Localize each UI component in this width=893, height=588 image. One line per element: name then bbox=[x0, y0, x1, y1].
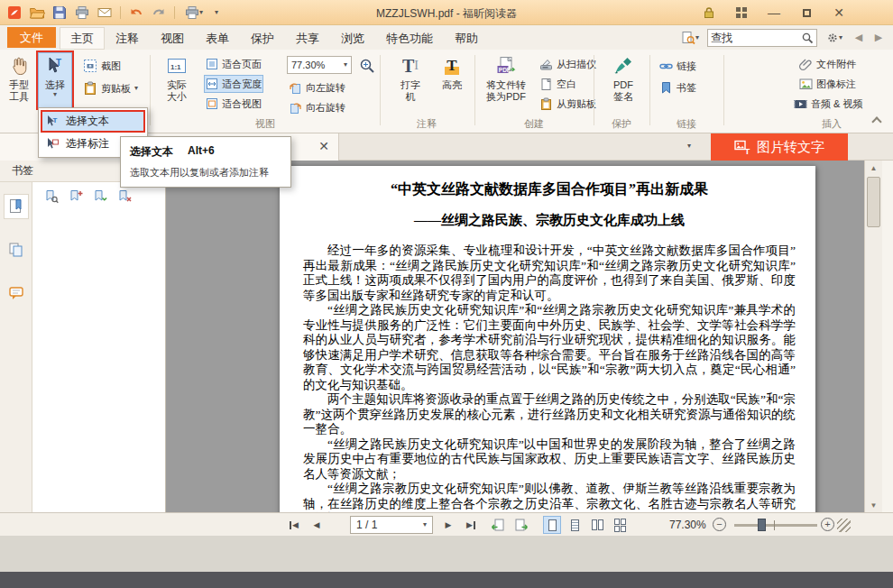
tab-help[interactable]: 帮助 bbox=[444, 27, 489, 50]
maximize-button[interactable] bbox=[797, 5, 815, 21]
select-tool-button[interactable]: T 选择 ▾ bbox=[36, 51, 74, 110]
from-clipboard-label: 从剪贴板 bbox=[557, 97, 596, 111]
find-bookmark-icon[interactable] bbox=[44, 189, 59, 204]
single-page-view-button[interactable] bbox=[543, 516, 561, 534]
close-tab-icon[interactable]: ✕ bbox=[318, 139, 329, 153]
tab-protect[interactable]: 保护 bbox=[240, 27, 285, 50]
search-scope-button[interactable]: ▾ bbox=[678, 29, 702, 47]
document-view[interactable]: “中英文丝路文献数据库多国合作项目”再出新成果 ——丝绸之路民族、宗教历史文化库… bbox=[166, 161, 864, 512]
add-bookmark-icon[interactable] bbox=[69, 189, 83, 204]
tab-features[interactable]: 特色功能 bbox=[375, 27, 444, 50]
file-attachment-button[interactable]: 文件附件 bbox=[797, 55, 858, 73]
previous-page-button[interactable]: ◀ bbox=[308, 517, 325, 533]
redo-icon bbox=[152, 5, 166, 20]
title-bar: ▾ ▾ MZZJLSWH.pdf - 福昕阅读器 — ✕ bbox=[0, 0, 893, 25]
from-scanner-button[interactable]: 从扫描仪 bbox=[538, 55, 598, 73]
switch-layout-button[interactable] bbox=[732, 5, 750, 21]
search-icon[interactable] bbox=[801, 32, 814, 44]
tab-comment[interactable]: 注释 bbox=[105, 27, 150, 50]
fit-visible-button[interactable]: 适合视图 bbox=[204, 95, 263, 113]
tab-browse[interactable]: 浏览 bbox=[330, 27, 375, 50]
actual-size-button[interactable]: 1:1 实际大小 bbox=[155, 52, 198, 103]
clipboard-button[interactable]: 剪贴板 ▾ bbox=[81, 79, 140, 97]
fit-width-button[interactable]: 适合宽度 bbox=[204, 75, 263, 93]
hand-tool-button[interactable]: 手型工具 bbox=[3, 52, 35, 103]
image-to-text-button[interactable]: T 图片转文字 bbox=[711, 133, 848, 161]
highlight-button[interactable]: T 高亮 bbox=[435, 52, 469, 91]
scroll-down-icon[interactable]: ▼ bbox=[865, 498, 882, 512]
first-page-icon: ◀ bbox=[292, 520, 299, 529]
redo-button[interactable] bbox=[149, 4, 169, 22]
resize-grip[interactable] bbox=[837, 519, 851, 532]
pdf-body: 经过一年多的资源采集、专业梳理和设计开发，“中英文丝路文献数据库多国合作项目”再… bbox=[303, 243, 796, 512]
tab-share[interactable]: 共享 bbox=[285, 27, 330, 50]
find-input[interactable] bbox=[711, 32, 801, 44]
facing-view-button[interactable] bbox=[588, 516, 606, 534]
snapshot-button[interactable]: 截图 bbox=[81, 57, 123, 75]
clipboard-icon bbox=[83, 81, 97, 96]
close-button[interactable]: ✕ bbox=[830, 5, 848, 21]
bookmarks-panel-button[interactable] bbox=[5, 195, 28, 218]
print-button[interactable] bbox=[72, 4, 92, 22]
vertical-scrollbar[interactable]: ▲ ▼ bbox=[864, 161, 882, 512]
expand-bookmarks-icon[interactable] bbox=[93, 189, 107, 204]
rotate-right-button[interactable]: 向右旋转 bbox=[287, 98, 347, 116]
next-view-button[interactable] bbox=[512, 517, 530, 533]
scroll-up-icon[interactable]: ▲ bbox=[865, 161, 882, 175]
comments-panel-button[interactable] bbox=[5, 281, 28, 305]
rotate-left-button[interactable]: 向左旋转 bbox=[287, 78, 347, 96]
zoom-out-button[interactable]: − bbox=[713, 518, 726, 531]
typewriter-button[interactable]: TI 打字机 bbox=[390, 52, 431, 103]
delete-bookmark-icon[interactable] bbox=[117, 189, 132, 204]
open-file-button[interactable] bbox=[27, 4, 47, 22]
file-menu-button[interactable]: 文件 bbox=[7, 27, 56, 48]
zoom-slider-thumb[interactable] bbox=[758, 519, 766, 531]
find-toolbar: ▾ ▾ ◀ ▶ bbox=[678, 28, 886, 47]
find-previous-button[interactable]: ◀ bbox=[852, 29, 866, 47]
tab-form[interactable]: 表单 bbox=[195, 27, 240, 50]
navigation-pane: 书签 bbox=[0, 161, 166, 512]
previous-view-button[interactable] bbox=[489, 517, 507, 533]
save-button[interactable] bbox=[50, 4, 69, 22]
quick-print-button[interactable]: ▾ bbox=[180, 4, 207, 22]
tab-list-icon[interactable]: ▾ bbox=[687, 142, 691, 150]
email-button[interactable] bbox=[95, 4, 115, 22]
audio-video-label: 音频 & 视频 bbox=[811, 97, 862, 111]
paperclip-icon bbox=[799, 58, 813, 71]
tab-home[interactable]: 主页 bbox=[60, 27, 105, 50]
fit-page-button[interactable]: 适合页面 bbox=[204, 55, 263, 73]
tooltip-shortcut: Alt+6 bbox=[188, 144, 215, 160]
tab-view[interactable]: 视图 bbox=[150, 27, 195, 50]
customize-toolbar-button[interactable]: ▾ bbox=[210, 4, 223, 22]
last-page-button[interactable]: ▶ bbox=[462, 517, 480, 533]
pdf-sign-button[interactable]: PDF签名 bbox=[603, 52, 644, 103]
from-clipboard-button[interactable]: 从剪贴板 bbox=[538, 95, 598, 113]
pages-panel-button[interactable] bbox=[5, 238, 28, 262]
menu-item-select-text[interactable]: T 选择文本 bbox=[41, 110, 145, 133]
app-menu-button[interactable] bbox=[5, 4, 24, 22]
image-annotation-button[interactable]: 图像标注 bbox=[797, 75, 858, 93]
bookmark-button[interactable]: 书签 bbox=[658, 78, 698, 96]
pdf-sign-icon bbox=[612, 55, 634, 77]
select-cursor-icon: T bbox=[45, 56, 65, 76]
scrollbar-thumb[interactable] bbox=[867, 177, 880, 227]
find-next-button[interactable]: ▶ bbox=[871, 29, 886, 47]
first-page-button[interactable]: ◀ bbox=[285, 517, 303, 533]
find-options-button[interactable]: ▾ bbox=[823, 29, 846, 47]
next-page-button[interactable]: ▶ bbox=[440, 517, 456, 533]
page-number-box[interactable]: 1 / 1 ▾ bbox=[350, 516, 433, 534]
undo-button[interactable] bbox=[126, 4, 146, 22]
blank-page-button[interactable]: 空白 bbox=[538, 75, 578, 93]
hand-tool-label: 手型工具 bbox=[8, 79, 30, 103]
zoom-in-tool-button[interactable] bbox=[357, 57, 377, 75]
continuous-view-button[interactable] bbox=[566, 516, 584, 534]
link-button[interactable]: 链接 bbox=[658, 57, 698, 75]
zoom-in-button[interactable]: + bbox=[821, 518, 834, 531]
convert-to-pdf-button[interactable]: PDF 将文件转换为PDF bbox=[481, 52, 531, 103]
minimize-button[interactable]: — bbox=[765, 5, 783, 21]
zoom-slider-track[interactable] bbox=[734, 524, 817, 527]
protected-mode-button[interactable] bbox=[700, 5, 718, 21]
zoom-combo[interactable]: 77.30% ▾ bbox=[287, 56, 352, 74]
continuous-facing-view-button[interactable] bbox=[611, 516, 629, 534]
audio-video-button[interactable]: 音频 & 视频 bbox=[792, 95, 864, 113]
